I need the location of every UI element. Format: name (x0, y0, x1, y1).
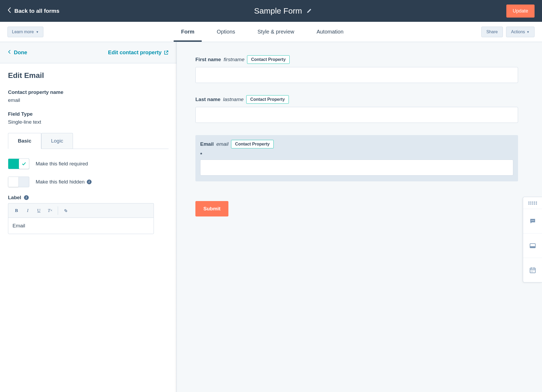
label-field-label: Label (8, 195, 21, 201)
edit-contact-property-link[interactable]: Edit contact property (108, 49, 169, 56)
bold-button[interactable]: B (11, 206, 22, 216)
separator (58, 206, 58, 215)
field-label: First name (195, 57, 221, 62)
svg-point-10 (532, 270, 533, 270)
svg-point-1 (532, 220, 533, 221)
clear-format-button[interactable]: T× (45, 206, 55, 216)
svg-point-0 (531, 220, 532, 221)
required-toggle-label: Make this field required (36, 161, 88, 167)
text-input-preview (195, 107, 518, 123)
form-title: Sample Form (254, 6, 302, 15)
form-field-email[interactable]: Email email Contact Property * (195, 135, 518, 181)
field-internal-name: firstname (224, 57, 244, 62)
done-label: Done (14, 49, 27, 56)
tab-basic[interactable]: Basic (8, 133, 41, 149)
tab-options[interactable]: Options (217, 22, 235, 41)
link-button[interactable] (61, 206, 71, 216)
actions-dropdown[interactable]: Actions ▼ (506, 27, 535, 37)
hidden-toggle-label: Make this field hidden i (36, 179, 92, 185)
external-link-icon (164, 50, 169, 55)
done-link[interactable]: Done (8, 49, 27, 56)
back-to-forms-link[interactable]: Back to all forms (7, 7, 59, 15)
calendar-icon[interactable] (523, 258, 542, 282)
caret-down-icon: ▼ (527, 30, 529, 34)
form-field-lastname[interactable]: Last name lastname Contact Property (195, 95, 518, 123)
svg-rect-4 (530, 246, 535, 248)
side-rail[interactable] (523, 197, 542, 282)
check-icon (22, 161, 26, 166)
contact-property-badge: Contact Property (246, 95, 289, 104)
learn-more-dropdown[interactable]: Learn more ▼ (7, 27, 43, 37)
chevron-left-icon (8, 50, 11, 55)
italic-button[interactable]: I (23, 206, 33, 216)
svg-point-12 (531, 271, 531, 272)
property-name-value: email (8, 97, 169, 103)
learn-more-label: Learn more (12, 30, 34, 34)
required-toggle[interactable] (8, 159, 29, 169)
info-icon[interactable]: i (87, 180, 92, 184)
tab-style-preview[interactable]: Style & preview (257, 22, 294, 41)
toggle-knob (8, 177, 18, 187)
field-type-value: Single-line text (8, 119, 169, 125)
drag-handle-icon[interactable] (523, 197, 542, 209)
required-indicator: * (200, 152, 513, 157)
svg-point-13 (532, 271, 533, 272)
svg-point-9 (531, 270, 531, 270)
chat-icon[interactable] (523, 209, 542, 233)
field-internal-name: lastname (223, 97, 244, 102)
info-icon[interactable]: i (24, 195, 29, 200)
submit-button[interactable]: Submit (195, 201, 228, 216)
tab-automation[interactable]: Automation (317, 22, 343, 41)
edit-panel-title: Edit Email (8, 71, 169, 80)
hidden-toggle[interactable] (8, 177, 29, 187)
form-field-firstname[interactable]: First name firstname Contact Property (195, 55, 518, 83)
field-label: Email (200, 141, 214, 147)
update-button[interactable]: Update (506, 5, 535, 18)
underline-button[interactable]: U (34, 206, 44, 216)
svg-point-11 (533, 270, 534, 270)
tab-form[interactable]: Form (181, 22, 194, 41)
field-internal-name: email (216, 141, 228, 147)
rich-text-toolbar: B I U T× (8, 203, 154, 218)
label-input[interactable] (8, 218, 154, 234)
share-button[interactable]: Share (481, 27, 503, 37)
toggle-knob (19, 159, 29, 169)
contact-property-badge: Contact Property (231, 140, 274, 148)
contact-property-badge: Contact Property (247, 55, 290, 64)
text-input-preview (200, 160, 513, 176)
svg-point-2 (533, 220, 534, 221)
tab-logic[interactable]: Logic (41, 133, 73, 149)
field-type-label: Field Type (8, 111, 169, 117)
edit-title-icon[interactable] (306, 8, 312, 14)
chevron-left-icon (7, 7, 11, 15)
field-label: Last name (195, 97, 220, 102)
back-label: Back to all forms (14, 8, 59, 14)
caret-down-icon: ▼ (36, 30, 39, 34)
edit-prop-label: Edit contact property (108, 49, 162, 56)
text-input-preview (195, 67, 518, 83)
property-name-label: Contact property name (8, 89, 169, 95)
panel-icon[interactable] (523, 233, 542, 258)
actions-label: Actions (511, 30, 525, 34)
